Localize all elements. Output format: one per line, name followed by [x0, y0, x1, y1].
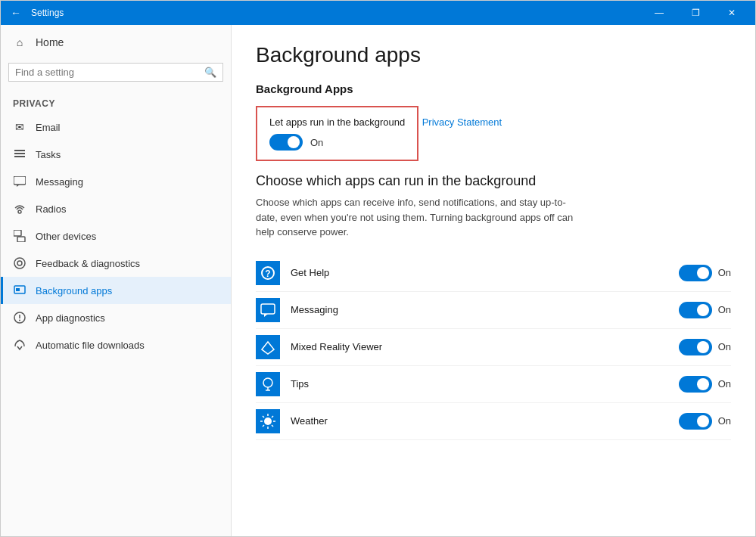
svg-point-17: [263, 378, 272, 387]
background-toggle-box: Let apps run in the background On: [256, 106, 418, 161]
choose-description: Choose which apps can receive info, send…: [256, 195, 581, 240]
app-row: Weather On: [256, 403, 731, 440]
sidebar-item-feedback[interactable]: Feedback & diagnostics: [1, 250, 231, 277]
sidebar-item-label: Background apps: [36, 285, 112, 296]
sidebar-item-radios[interactable]: Radios: [1, 195, 231, 222]
svg-point-4: [18, 210, 21, 213]
main-content: Background apps Background Apps Let apps…: [232, 25, 755, 536]
app-name: Mixed Reality Viewer: [291, 341, 679, 352]
app-toggle-row: On: [679, 339, 731, 355]
choose-title: Choose which apps can run in the backgro…: [256, 173, 731, 189]
svg-line-28: [263, 425, 264, 427]
app-icon-messaging: [256, 298, 280, 322]
app-icon-mixed-reality: [256, 335, 280, 359]
maximize-button[interactable]: ❐: [678, 1, 713, 25]
svg-point-20: [264, 417, 272, 425]
auto-downloads-icon: [13, 338, 26, 352]
close-button[interactable]: ✕: [714, 1, 749, 25]
email-icon: ✉: [13, 120, 26, 134]
app-toggle-mixed-reality[interactable]: [679, 339, 712, 355]
svg-text:?: ?: [265, 268, 270, 279]
app-toggle-row: On: [679, 376, 731, 393]
app-name: Tips: [291, 378, 679, 390]
app-toggle-state: On: [718, 267, 731, 278]
sidebar-item-app-diagnostics[interactable]: App diagnostics: [1, 304, 231, 331]
other-devices-icon: [13, 229, 26, 243]
content-area: ⌂ Home 🔍 Privacy ✉ Email Tasks: [1, 25, 755, 536]
app-toggle-state: On: [718, 378, 731, 390]
tasks-icon: [13, 147, 26, 161]
privacy-section-label: Privacy: [1, 91, 231, 113]
app-name: Weather: [291, 415, 679, 427]
settings-window: ← Settings — ❐ ✕ ⌂ Home 🔍 Privacy: [0, 0, 756, 537]
window-controls: — ❐ ✕: [642, 1, 749, 25]
svg-point-7: [14, 258, 25, 268]
app-toggle-get-help[interactable]: [679, 265, 712, 281]
app-row: Messaging On: [256, 292, 731, 329]
sidebar-item-label: Feedback & diagnostics: [36, 258, 140, 269]
svg-rect-5: [14, 230, 21, 236]
toggle-row: On: [269, 134, 405, 151]
app-row: Mixed Reality Viewer On: [256, 329, 731, 366]
app-toggle-state: On: [718, 341, 731, 352]
privacy-link[interactable]: Privacy Statement: [422, 116, 502, 128]
back-button[interactable]: ←: [7, 4, 25, 22]
messaging-icon: [13, 175, 26, 188]
home-icon: ⌂: [13, 36, 26, 49]
app-name: Get Help: [291, 267, 679, 278]
svg-rect-6: [17, 237, 25, 242]
svg-rect-16: [261, 304, 275, 314]
app-icon-get-help: ?: [256, 261, 280, 285]
sidebar-item-label: Radios: [36, 203, 66, 215]
sidebar-item-label: Tasks: [36, 149, 61, 160]
svg-line-26: [272, 425, 273, 427]
svg-rect-10: [16, 288, 20, 291]
titlebar: ← Settings — ❐ ✕: [1, 1, 755, 25]
feedback-icon: [13, 256, 26, 270]
app-list: ? Get Help On Messaging: [256, 255, 731, 440]
app-icon-weather: [256, 409, 280, 433]
app-toggle-row: On: [679, 265, 731, 281]
search-box[interactable]: 🔍: [8, 63, 223, 82]
app-icon-tips: [256, 372, 280, 396]
svg-rect-0: [14, 150, 25, 151]
app-diagnostics-icon: [13, 311, 26, 324]
app-name: Messaging: [291, 304, 679, 315]
sidebar-item-email[interactable]: ✉ Email: [1, 113, 231, 141]
section-title: Background Apps: [256, 82, 731, 95]
app-toggle-row: On: [679, 302, 731, 318]
sidebar-item-label: Email: [36, 122, 61, 133]
home-label: Home: [36, 36, 64, 48]
search-icon: 🔍: [204, 67, 216, 78]
svg-line-25: [263, 416, 264, 417]
app-toggle-tips[interactable]: [679, 376, 712, 393]
background-apps-icon: [13, 284, 26, 297]
toggle-state: On: [310, 137, 323, 148]
toggle-label: Let apps run in the background: [269, 116, 405, 128]
sidebar-item-other-devices[interactable]: Other devices: [1, 222, 231, 250]
svg-point-13: [19, 320, 20, 321]
sidebar-item-tasks[interactable]: Tasks: [1, 141, 231, 168]
sidebar-item-background-apps[interactable]: Background apps: [1, 277, 231, 304]
sidebar: ⌂ Home 🔍 Privacy ✉ Email Tasks: [1, 25, 232, 536]
svg-rect-3: [14, 176, 26, 185]
app-toggle-row: On: [679, 413, 731, 430]
svg-rect-1: [14, 153, 25, 154]
window-title: Settings: [31, 8, 642, 18]
radios-icon: [13, 202, 26, 216]
app-toggle-messaging[interactable]: [679, 302, 712, 318]
app-toggle-weather[interactable]: [679, 413, 712, 430]
svg-line-27: [272, 416, 273, 417]
sidebar-item-label: App diagnostics: [36, 312, 105, 324]
app-row: Tips On: [256, 366, 731, 403]
background-toggle[interactable]: [269, 134, 303, 151]
app-toggle-state: On: [718, 304, 731, 315]
sidebar-item-label: Messaging: [36, 176, 83, 188]
minimize-button[interactable]: —: [642, 1, 677, 25]
sidebar-item-auto-downloads[interactable]: Automatic file downloads: [1, 331, 231, 359]
sidebar-item-label: Automatic file downloads: [36, 340, 145, 351]
search-input[interactable]: [15, 67, 204, 78]
sidebar-item-home[interactable]: ⌂ Home: [1, 25, 231, 54]
svg-point-8: [17, 261, 22, 265]
sidebar-item-messaging[interactable]: Messaging: [1, 168, 231, 195]
